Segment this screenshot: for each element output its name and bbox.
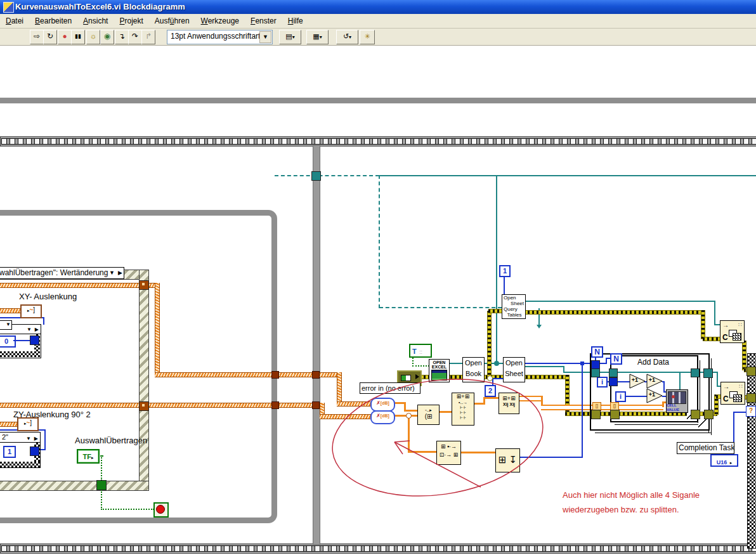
increment-node[interactable]: +1 xyxy=(646,374,663,389)
blue-wire-to-write-node[interactable] xyxy=(518,457,582,458)
orange-wire[interactable] xyxy=(404,410,417,412)
chevron-down-icon[interactable]: ▼ xyxy=(27,327,32,332)
stop-button-terminal[interactable] xyxy=(153,502,169,518)
true-constant[interactable]: T ⁚⁚ xyxy=(409,344,432,358)
convert-dynamic-data-node[interactable]: ✗[dB] xyxy=(370,410,395,424)
open-sheet-node[interactable]: OpenSheet xyxy=(503,357,525,382)
chevron-down-icon[interactable]: ▼ xyxy=(26,434,31,443)
green-wire-tf[interactable] xyxy=(101,490,102,510)
teal-wire[interactable] xyxy=(717,372,718,387)
green-wire-tf[interactable] xyxy=(101,455,102,481)
close-reference-node[interactable]: → ∷ C xyxy=(720,320,745,343)
teal-wire[interactable] xyxy=(563,372,592,373)
chevron-down-icon[interactable]: ▼ xyxy=(6,322,11,327)
next-case-icon[interactable]: ▶ xyxy=(118,268,122,278)
sequence-border-right[interactable] xyxy=(747,353,756,549)
error-wire[interactable] xyxy=(703,337,720,341)
menu-datei[interactable]: Datei xyxy=(0,15,29,27)
ddt-tunnel[interactable] xyxy=(139,280,149,290)
build-array-node[interactable]: ▫‥▸ (⊞ xyxy=(417,405,440,425)
teal-tunnel[interactable] xyxy=(609,368,618,377)
error-tunnel[interactable] xyxy=(746,367,756,376)
teal-wire-query-out[interactable] xyxy=(523,301,715,302)
blue-wire[interactable] xyxy=(13,340,31,341)
green-wire-t[interactable] xyxy=(412,365,429,367)
menu-fenster[interactable]: Fenster xyxy=(245,15,282,27)
ddt-wire-2[interactable] xyxy=(320,414,372,419)
increment-node[interactable]: +1 xyxy=(629,374,646,389)
loop-count-terminal[interactable]: N xyxy=(591,346,603,358)
step-out-button[interactable]: ↱ xyxy=(141,30,155,44)
teal-wire-dashed-vert[interactable] xyxy=(379,175,380,308)
menu-bearbeiten[interactable]: Bearbeiten xyxy=(29,15,77,27)
u16-terminal[interactable]: U16 ▸ xyxy=(710,454,738,467)
blue-tunnel[interactable] xyxy=(30,446,39,456)
teal-tunnel[interactable] xyxy=(703,368,713,378)
error-wire-branch-up[interactable] xyxy=(487,311,492,378)
ddt-wire-1[interactable] xyxy=(337,372,342,405)
blue-tunnel[interactable] xyxy=(591,360,600,369)
teal-wire-dashed-top[interactable] xyxy=(275,175,379,176)
numeric-constant-zero[interactable]: 0 xyxy=(0,335,16,348)
add-data-label[interactable]: Add Data xyxy=(637,358,669,367)
align-objects-dropdown[interactable]: ▤▾ xyxy=(279,30,301,44)
error-branch-dot[interactable] xyxy=(487,375,493,381)
while-loop-border-top[interactable] xyxy=(0,136,756,147)
teal-tunnel[interactable] xyxy=(311,171,321,181)
orange-wire-branch[interactable] xyxy=(408,416,410,453)
numeric-constant-two[interactable]: 2 xyxy=(485,385,496,397)
write-table-node[interactable]: ⊞ ↧ xyxy=(495,448,520,472)
blue-wire-const2[interactable] xyxy=(492,378,503,379)
ring-constant-sliver[interactable]: ▼ xyxy=(0,320,12,330)
reorder-dropdown[interactable]: ↺▾ xyxy=(336,30,358,44)
menu-ausfuehren[interactable]: Ausführen xyxy=(149,15,195,27)
error-tunnel[interactable] xyxy=(591,410,601,419)
array-wire[interactable] xyxy=(541,405,594,410)
run-button[interactable]: ⇨ xyxy=(30,30,44,44)
completion-task-label[interactable]: Completion Task xyxy=(677,442,734,454)
numeric-constant-one[interactable]: 1 xyxy=(3,446,16,458)
blue-tunnel[interactable] xyxy=(30,335,39,345)
teal-wire-excel-book[interactable] xyxy=(448,363,463,364)
error-wire[interactable] xyxy=(488,309,502,313)
xy-waveform-terminal[interactable]: ▸~] xyxy=(20,304,42,318)
step-into-button[interactable]: ↴ xyxy=(115,30,129,44)
abort-button[interactable]: ● xyxy=(58,30,72,44)
retain-wire-values-button[interactable]: ◉ xyxy=(100,30,114,44)
orange-wire[interactable] xyxy=(408,451,436,453)
title-bar[interactable]: KurvenauswahlToExcel6.vi Blockdiagramm xyxy=(0,0,756,14)
ddt-wire-zy[interactable] xyxy=(0,422,18,427)
ddt-wire-2[interactable] xyxy=(0,403,140,408)
step-over-button[interactable]: ↷ xyxy=(128,30,142,44)
menu-ansicht[interactable]: Ansicht xyxy=(77,15,114,27)
frame-divider[interactable] xyxy=(313,145,320,545)
merge-signals-node[interactable]: ⊞+⊞ ▪‥→ ⊦·⊦ ⊦·⊦ ⊦·⊦ xyxy=(452,393,474,426)
while-loop-border-bottom[interactable] xyxy=(0,544,756,554)
teal-wire-sheet-out[interactable] xyxy=(524,366,564,367)
case-selector-bar[interactable]: 2" ▼ ▶ xyxy=(0,433,40,443)
close-reference-node[interactable]: → ∷ C xyxy=(720,382,745,405)
green-tunnel[interactable] xyxy=(96,480,107,490)
event-selector-label[interactable]: swahlÜbertragen": Wertänderung ▼ ▶ xyxy=(0,267,124,279)
green-wire-tf[interactable] xyxy=(101,509,154,510)
ddt-wire-1[interactable] xyxy=(155,283,160,376)
ddt-wire-2[interactable] xyxy=(148,403,323,408)
caret-down-icon[interactable]: ▼ xyxy=(259,31,271,43)
case-structure-2[interactable]: 2" ▼ ▶ 1 xyxy=(0,432,41,468)
blue-tunnel[interactable] xyxy=(609,377,618,386)
numeric-constant-one-top[interactable]: 1 xyxy=(499,265,511,277)
error-tunnel[interactable] xyxy=(691,410,700,419)
error-wire[interactable] xyxy=(701,310,705,339)
orange-branch-dot[interactable] xyxy=(406,413,412,419)
event-structure-border-bottom[interactable] xyxy=(0,481,149,491)
ddt-wire-1[interactable] xyxy=(337,401,372,407)
menu-werkzeuge[interactable]: Werkzeuge xyxy=(195,15,245,27)
blue-wire-u16[interactable] xyxy=(733,412,747,413)
tf-boolean-terminal[interactable]: TF▸ xyxy=(77,449,100,464)
teal-wire-dashed-query[interactable] xyxy=(379,307,502,308)
menu-hilfe[interactable]: Hilfe xyxy=(282,15,309,27)
ddt-wire-1[interactable] xyxy=(0,283,140,288)
orange-wire[interactable] xyxy=(459,452,495,453)
menu-projekt[interactable]: Projekt xyxy=(114,15,148,27)
next-case-icon[interactable]: ▶ xyxy=(34,434,38,443)
